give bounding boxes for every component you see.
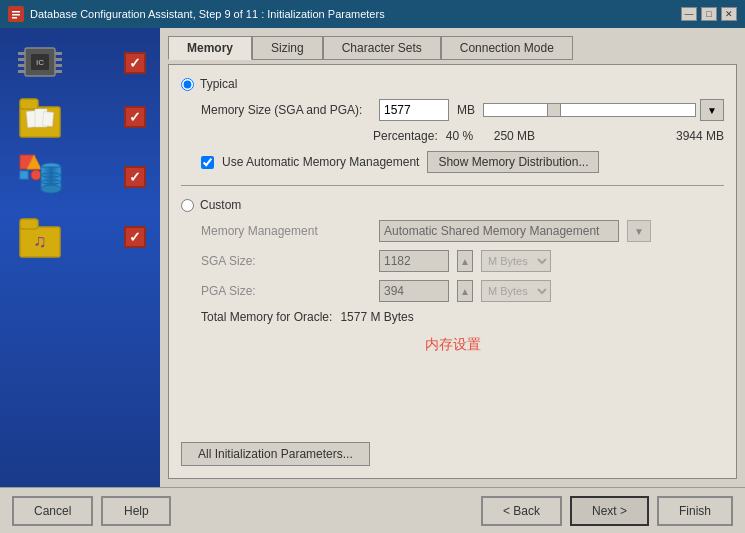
pga-input [379,280,449,302]
svg-rect-9 [55,52,62,55]
database-icon [15,151,65,203]
slider-max: 3944 MB [676,129,724,143]
pct-row: Percentage: 40 % 250 MB 3944 MB [181,129,724,143]
slider-track[interactable] [483,103,696,117]
close-button[interactable]: ✕ [721,7,737,21]
folder2-icon: ♫ [15,213,65,261]
checkbox-row: Use Automatic Memory Management Show Mem… [181,151,724,173]
main-content: IC ✓ [0,28,745,487]
content-spacer [181,366,724,426]
total-row: Total Memory for Oracle: 1577 M Bytes [181,310,724,324]
window-controls[interactable]: — □ ✕ [681,7,737,21]
custom-label[interactable]: Custom [200,198,241,212]
mem-mgmt-dropdown: ▼ [627,220,651,242]
slider-thumb[interactable] [547,103,561,117]
tab-connmode[interactable]: Connection Mode [441,36,573,60]
finish-button[interactable]: Finish [657,496,733,526]
title-bar: Database Configuration Assistant, Step 9… [0,0,745,28]
sga-input [379,250,449,272]
step-2-check: ✓ [120,106,150,128]
svg-rect-11 [55,64,62,67]
svg-text:♫: ♫ [33,231,47,251]
svg-point-23 [31,170,41,180]
pga-row: PGA Size: ▲ M Bytes [181,280,724,302]
auto-mem-label[interactable]: Use Automatic Memory Management [222,155,419,169]
step-4-check: ✓ [120,226,150,248]
mem-size-label: Memory Size (SGA and PGA): [201,103,371,117]
slider-dropdown[interactable]: ▼ [700,99,724,121]
svg-rect-6 [18,58,25,61]
panel-content: Typical Memory Size (SGA and PGA): MB ▼ … [168,64,737,479]
svg-rect-30 [20,219,38,229]
tabs-container: Memory Sizing Character Sets Connection … [168,36,737,60]
folder-icon [15,93,65,141]
mem-mgmt-row: Memory Management ▼ [181,220,724,242]
step-2: ✓ [5,93,155,141]
typical-radio[interactable] [181,78,194,91]
svg-rect-12 [55,70,62,73]
svg-rect-7 [18,64,25,67]
typical-radio-row: Typical [181,77,724,91]
maximize-button[interactable]: □ [701,7,717,21]
mem-slider: ▼ [483,99,724,121]
pga-unit-select: M Bytes [481,280,551,302]
step-4-icon: ♫ [10,213,70,261]
show-distribution-button[interactable]: Show Memory Distribution... [427,151,599,173]
total-label: Total Memory for Oracle: [201,310,332,324]
svg-rect-2 [12,14,20,16]
total-value: 1577 M Bytes [340,310,413,324]
svg-rect-10 [55,58,62,61]
app-icon [8,6,24,22]
pga-label: PGA Size: [201,284,371,298]
minimize-button[interactable]: — [681,7,697,21]
divider [181,185,724,186]
mem-size-unit: MB [457,103,475,117]
step-1-icon: IC [10,43,70,83]
svg-rect-19 [42,112,53,127]
chinese-label: 内存设置 [181,332,724,358]
mem-size-input[interactable] [379,99,449,121]
tab-memory[interactable]: Memory [168,36,252,60]
left-panel: IC ✓ [0,28,160,487]
init-params-button[interactable]: All Initialization Parameters... [181,442,370,466]
svg-rect-8 [18,70,25,73]
step-3-icon [10,151,70,203]
step-3: ✓ [5,151,155,203]
step-2-icon [10,93,70,141]
pga-spin-up: ▲ [457,280,473,302]
pct-label: Percentage: [373,129,438,143]
svg-rect-16 [20,99,38,109]
typical-label[interactable]: Typical [200,77,237,91]
chip-icon: IC [15,43,65,83]
step-4: ♫ ✓ [5,213,155,261]
steps-list: IC ✓ [0,28,160,487]
pct-value: 40 % [446,129,486,143]
auto-mem-checkbox[interactable] [201,156,214,169]
step-1: IC ✓ [5,43,155,83]
next-button[interactable]: Next > [570,496,649,526]
mem-size-row: Memory Size (SGA and PGA): MB ▼ [181,99,724,121]
sga-spin-up: ▲ [457,250,473,272]
svg-text:IC: IC [36,58,44,67]
bottom-bar: Cancel Help < Back Next > Finish [0,487,745,533]
custom-radio[interactable] [181,199,194,212]
svg-rect-1 [12,11,20,13]
slider-min: 250 MB [494,129,554,143]
svg-rect-22 [20,171,28,179]
step-3-check: ✓ [120,166,150,188]
back-button[interactable]: < Back [481,496,562,526]
tab-charsets[interactable]: Character Sets [323,36,441,60]
mem-mgmt-input [379,220,619,242]
custom-radio-row: Custom [181,198,724,212]
init-params-area: All Initialization Parameters... [181,434,724,466]
svg-rect-3 [12,17,17,19]
sga-row: SGA Size: ▲ M Bytes [181,250,724,272]
tab-sizing[interactable]: Sizing [252,36,323,60]
svg-point-26 [41,185,61,193]
right-panel: Memory Sizing Character Sets Connection … [160,28,745,487]
sga-unit-select: M Bytes [481,250,551,272]
step-1-check: ✓ [120,52,150,74]
sga-label: SGA Size: [201,254,371,268]
help-button[interactable]: Help [101,496,171,526]
cancel-button[interactable]: Cancel [12,496,93,526]
